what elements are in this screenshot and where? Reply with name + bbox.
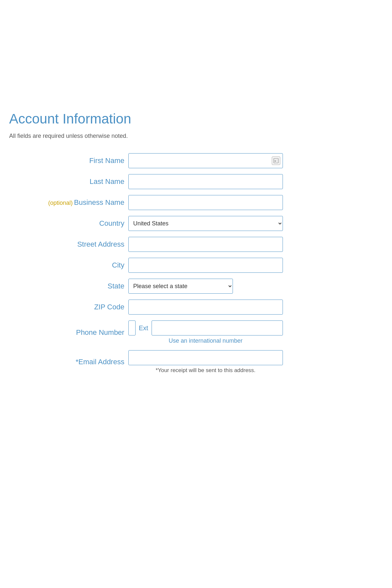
state-label: State xyxy=(9,277,126,295)
last-name-cell xyxy=(126,173,285,190)
ext-label: Ext xyxy=(139,324,148,332)
state-cell: Please select a state Alabama Alaska Ari… xyxy=(126,277,285,295)
page-title: Account Information xyxy=(9,111,285,127)
email-input[interactable] xyxy=(128,350,283,365)
receipt-note: *Your receipt will be sent to this addre… xyxy=(128,367,283,374)
street-address-label: Street Address xyxy=(9,236,126,253)
optional-tag: (optional) xyxy=(48,200,73,206)
business-name-row: (optional)Business Name xyxy=(9,194,285,211)
email-address-cell: *Your receipt will be sent to this addre… xyxy=(126,349,285,375)
street-address-row: Street Address xyxy=(9,236,285,253)
name-picker-icon[interactable]: ≡ xyxy=(272,156,280,165)
street-address-cell xyxy=(126,236,285,253)
phone-input[interactable] xyxy=(128,320,136,335)
state-row: State Please select a state Alabama Alas… xyxy=(9,277,285,295)
first-name-input[interactable] xyxy=(128,153,283,168)
svg-text:≡: ≡ xyxy=(274,159,276,163)
zip-code-label: ZIP Code xyxy=(9,298,126,316)
first-name-row: First Name ≡ xyxy=(9,152,285,170)
state-select[interactable]: Please select a state Alabama Alaska Ari… xyxy=(128,279,233,294)
phone-number-label: Phone Number xyxy=(9,319,126,346)
country-cell: United States Canada United Kingdom Aust… xyxy=(126,215,285,232)
account-form: First Name ≡ Last Name xyxy=(9,149,285,378)
country-select[interactable]: United States Canada United Kingdom Aust… xyxy=(128,216,283,231)
email-address-label: *Email Address xyxy=(9,349,126,375)
ext-input[interactable] xyxy=(152,320,283,335)
street-address-input[interactable] xyxy=(128,237,283,252)
intl-number-link[interactable]: Use an international number xyxy=(128,337,283,344)
zip-code-cell xyxy=(126,298,285,316)
business-name-input[interactable] xyxy=(128,195,283,210)
form-subtitle: All fields are required unless otherwise… xyxy=(9,133,285,139)
zip-code-row: ZIP Code xyxy=(9,298,285,316)
city-cell xyxy=(126,256,285,274)
last-name-label: Last Name xyxy=(9,173,126,190)
last-name-row: Last Name xyxy=(9,173,285,190)
zip-code-input[interactable] xyxy=(128,300,283,315)
phone-number-cell: Ext Use an international number xyxy=(126,319,285,346)
country-row: Country United States Canada United King… xyxy=(9,215,285,232)
business-name-cell xyxy=(126,194,285,211)
country-label: Country xyxy=(9,215,126,232)
business-name-label: (optional)Business Name xyxy=(9,194,126,211)
last-name-input[interactable] xyxy=(128,174,283,189)
email-address-row: *Email Address *Your receipt will be sen… xyxy=(9,349,285,375)
city-input[interactable] xyxy=(128,258,283,273)
first-name-input-wrapper: ≡ xyxy=(128,153,283,168)
phone-row-wrapper: Ext xyxy=(128,320,283,335)
page-wrapper: Account Information All fields are requi… xyxy=(0,0,294,444)
phone-number-row: Phone Number Ext Use an international nu… xyxy=(9,319,285,346)
city-label: City xyxy=(9,256,126,274)
city-row: City xyxy=(9,256,285,274)
first-name-cell: ≡ xyxy=(126,152,285,170)
first-name-label: First Name xyxy=(9,152,126,170)
